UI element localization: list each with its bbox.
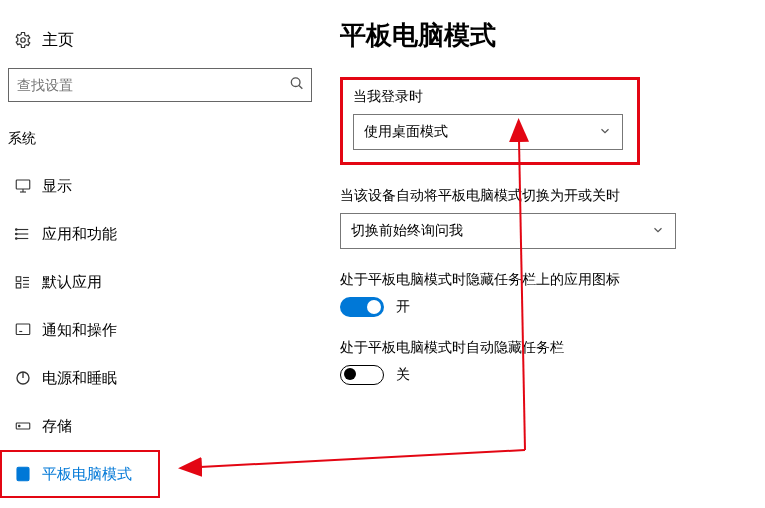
svg-point-22	[19, 425, 21, 427]
storage-icon	[14, 417, 42, 435]
tablet-icon	[14, 465, 42, 483]
defaults-icon	[14, 273, 42, 291]
label-hide-taskbar-apps: 处于平板电脑模式时隐藏任务栏上的应用图标	[340, 271, 740, 289]
search-input[interactable]	[9, 69, 311, 101]
svg-rect-12	[16, 277, 21, 282]
sidebar-item-storage[interactable]: 存储	[0, 402, 320, 450]
sidebar-item-label: 显示	[42, 177, 72, 196]
sidebar-item-tablet-mode[interactable]: 平板电脑模式	[0, 450, 160, 498]
sidebar-item-label: 通知和操作	[42, 321, 117, 340]
select-value: 使用桌面模式	[364, 123, 448, 141]
home-button[interactable]: 主页	[0, 20, 320, 60]
chevron-down-icon	[598, 124, 612, 141]
select-auto-switch[interactable]: 切换前始终询问我	[340, 213, 676, 249]
sidebar-item-label: 平板电脑模式	[42, 465, 132, 484]
label-auto-hide-taskbar: 处于平板电脑模式时自动隐藏任务栏	[340, 339, 740, 357]
svg-rect-3	[16, 180, 30, 189]
sidebar-item-display[interactable]: 显示	[0, 162, 320, 210]
apps-icon	[14, 225, 42, 243]
notification-icon	[14, 321, 42, 339]
sidebar-item-notifications[interactable]: 通知和操作	[0, 306, 320, 354]
sidebar-item-label: 存储	[42, 417, 72, 436]
svg-line-2	[299, 86, 302, 89]
toggle-auto-hide-taskbar[interactable]	[340, 365, 384, 385]
svg-point-11	[16, 238, 18, 240]
svg-point-0	[21, 38, 26, 43]
section-label-system: 系统	[8, 130, 320, 148]
svg-point-1	[291, 78, 300, 87]
sidebar-item-label: 电源和睡眠	[42, 369, 117, 388]
sidebar-item-apps[interactable]: 应用和功能	[0, 210, 320, 258]
highlight-when-sign-in: 当我登录时 使用桌面模式	[340, 77, 640, 165]
svg-rect-18	[16, 324, 30, 335]
label-auto-switch: 当该设备自动将平板电脑模式切换为开或关时	[340, 187, 740, 205]
home-label: 主页	[42, 30, 74, 51]
label-when-sign-in: 当我登录时	[353, 88, 627, 106]
select-value: 切换前始终询问我	[351, 222, 463, 240]
sidebar-item-power[interactable]: 电源和睡眠	[0, 354, 320, 402]
chevron-down-icon	[651, 223, 665, 240]
search-box[interactable]	[8, 68, 312, 102]
sidebar-item-label: 默认应用	[42, 273, 102, 292]
gear-icon	[14, 31, 42, 49]
search-icon	[289, 76, 305, 95]
toggle-text: 关	[396, 366, 410, 384]
toggle-hide-taskbar-apps[interactable]	[340, 297, 384, 317]
sidebar-item-default-apps[interactable]: 默认应用	[0, 258, 320, 306]
page-title: 平板电脑模式	[340, 18, 740, 53]
svg-rect-15	[16, 284, 21, 289]
svg-point-9	[16, 229, 18, 231]
sidebar-item-label: 应用和功能	[42, 225, 117, 244]
monitor-icon	[14, 177, 42, 195]
toggle-text: 开	[396, 298, 410, 316]
power-icon	[14, 369, 42, 387]
svg-point-10	[16, 233, 18, 235]
select-when-sign-in[interactable]: 使用桌面模式	[353, 114, 623, 150]
